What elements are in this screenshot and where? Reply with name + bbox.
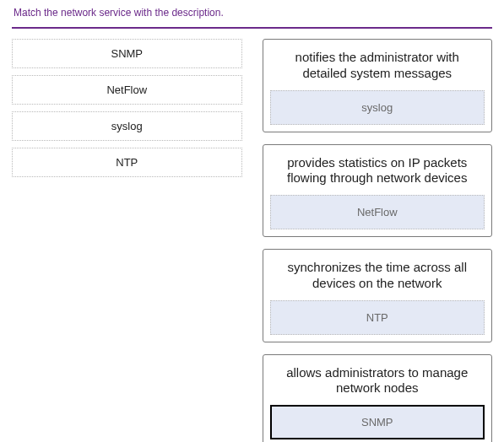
source-netflow[interactable]: NetFlow <box>12 75 242 105</box>
target-description: provides statistics on IP packets flowin… <box>270 152 485 196</box>
matching-area: SNMP NetFlow syslog NTP notifies the adm… <box>12 39 492 442</box>
target-list: notifies the administrator with detailed… <box>263 39 493 442</box>
target-card-netflow: provides statistics on IP packets flowin… <box>263 144 493 238</box>
source-list: SNMP NetFlow syslog NTP <box>12 39 242 184</box>
source-ntp[interactable]: NTP <box>12 148 242 177</box>
target-description: notifies the administrator with detailed… <box>270 46 485 90</box>
dropzone-ntp[interactable]: NTP <box>270 300 485 335</box>
instruction-text: Match the network service with the descr… <box>14 7 492 19</box>
target-description: allows administrators to manage network … <box>270 362 485 406</box>
target-description: synchronizes the time across all devices… <box>270 256 485 300</box>
dropzone-netflow[interactable]: NetFlow <box>270 195 485 229</box>
target-card-snmp: allows administrators to manage network … <box>263 354 493 443</box>
target-card-syslog: notifies the administrator with detailed… <box>263 39 493 132</box>
target-card-ntp: synchronizes the time across all devices… <box>263 249 493 342</box>
dropzone-snmp[interactable]: SNMP <box>270 405 485 439</box>
source-syslog[interactable]: syslog <box>12 111 242 141</box>
source-snmp[interactable]: SNMP <box>12 39 242 68</box>
dropzone-syslog[interactable]: syslog <box>270 90 485 125</box>
divider <box>12 27 492 29</box>
